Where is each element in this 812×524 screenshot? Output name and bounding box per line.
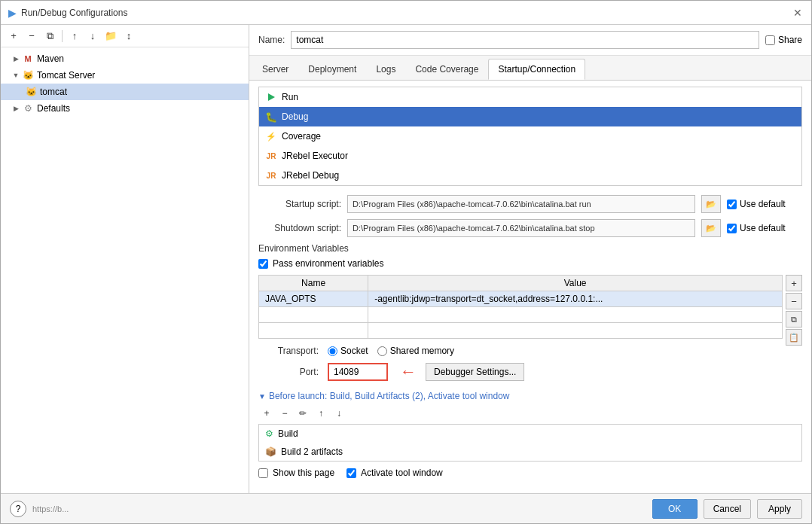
tree-item-maven[interactable]: ▶ M Maven — [1, 50, 249, 67]
transport-label: Transport: — [258, 346, 319, 356]
transport-socket-label: Socket — [340, 346, 368, 356]
port-input[interactable] — [328, 363, 388, 381]
startup-script-input[interactable] — [347, 195, 695, 213]
run-mode-run[interactable]: Run — [259, 87, 801, 107]
transport-socket-radio[interactable] — [328, 346, 337, 356]
toolbar-separator-1 — [62, 30, 63, 42]
add-config-button[interactable]: + — [5, 28, 22, 44]
maven-toggle[interactable]: ▶ — [10, 53, 22, 65]
move-up-button[interactable]: ↑ — [66, 28, 83, 44]
share-label: Share — [778, 35, 802, 45]
remove-config-button[interactable]: − — [23, 28, 40, 44]
help-button[interactable]: ? — [10, 501, 26, 517]
table-row-empty-2 — [259, 323, 783, 339]
run-mode-coverage-label: Coverage — [282, 131, 321, 142]
shutdown-use-default-checkbox[interactable] — [727, 224, 737, 233]
title-bar-left: ▶ Run/Debug Configurations — [8, 7, 127, 19]
defaults-toggle[interactable]: ▶ — [10, 102, 22, 114]
port-row: Port: ← Debugger Settings... — [258, 362, 802, 382]
transport-shared-memory-radio[interactable] — [377, 346, 387, 356]
footer: ? https://b... OK Cancel Apply — [1, 493, 811, 523]
shutdown-use-default-label: Use default — [740, 223, 786, 233]
pass-env-checkbox[interactable] — [258, 259, 268, 269]
table-row[interactable]: JAVA_OPTS -agentlib:jdwp=transport=dt_so… — [259, 291, 783, 307]
maven-label: Maven — [37, 53, 64, 64]
env-table-side-buttons: + − ⧉ 📋 — [786, 275, 802, 346]
before-launch-items: ⚙ Build 📦 Build 2 artifacts — [258, 424, 802, 462]
show-page-checkbox[interactable] — [258, 468, 268, 478]
ok-button[interactable]: OK — [652, 499, 698, 519]
env-row-name: JAVA_OPTS — [259, 291, 368, 307]
env-paste-button[interactable]: 📋 — [786, 329, 802, 346]
tomcat-server-toggle[interactable]: ▼ — [10, 69, 22, 81]
env-col-name: Name — [259, 276, 368, 291]
bl-move-up-button[interactable]: ↑ — [313, 406, 329, 421]
before-launch-header: ▼ Before launch: Build, Build Artifacts … — [258, 391, 802, 401]
folder-button[interactable]: 📁 — [102, 28, 119, 44]
transport-socket-option[interactable]: Socket — [328, 346, 368, 356]
env-table-container: Name Value JAVA_OPTS -agentlib:jdwp=tran… — [258, 275, 783, 346]
footer-url: https://b... — [32, 504, 646, 513]
main-content: + − ⧉ ↑ ↓ 📁 ↕ ▶ M Maven — [1, 25, 811, 493]
tomcat-child-icon: 🐱 — [25, 86, 37, 98]
copy-config-button[interactable]: ⧉ — [41, 28, 58, 44]
bl-item-build-artifacts[interactable]: 📦 Build 2 artifacts — [259, 443, 801, 461]
share-checkbox[interactable] — [765, 35, 775, 45]
bl-remove-button[interactable]: − — [276, 406, 293, 421]
startup-use-default-label: Use default — [740, 199, 786, 209]
tab-logs[interactable]: Logs — [366, 59, 405, 80]
run-mode-debug-label: Debug — [282, 111, 308, 122]
env-copy-button[interactable]: ⧉ — [786, 311, 802, 328]
apply-button[interactable]: Apply — [757, 499, 802, 519]
tab-code-coverage[interactable]: Code Coverage — [405, 59, 488, 80]
name-row: Name: Share — [249, 25, 811, 56]
startup-script-browse[interactable]: 📂 — [701, 195, 721, 213]
tab-startup-connection[interactable]: Startup/Connection — [488, 59, 585, 80]
bl-edit-button[interactable]: ✏ — [295, 406, 311, 421]
tab-server[interactable]: Server — [252, 59, 298, 80]
tree-item-tomcat[interactable]: 🐱 tomcat — [1, 84, 249, 100]
coverage-icon: ⚡ — [265, 130, 277, 142]
pass-env-row: Pass environment variables — [258, 258, 802, 269]
tree-item-defaults[interactable]: ▶ ⚙ Defaults — [1, 100, 249, 117]
tree-item-tomcat-server[interactable]: ▼ 🐱 Tomcat Server — [1, 67, 249, 84]
debug-icon: 🐛 — [265, 111, 277, 123]
jrebel-executor-icon: JR — [265, 150, 277, 162]
before-launch-toolbar: + − ✏ ↑ ↓ — [258, 406, 802, 421]
startup-use-default-checkbox[interactable] — [727, 200, 737, 209]
bl-move-down-button[interactable]: ↓ — [331, 406, 347, 421]
shutdown-script-browse[interactable]: 📂 — [701, 219, 721, 237]
activate-tool-window-row: Activate tool window — [346, 468, 443, 478]
bl-build-artifacts-label: Build 2 artifacts — [281, 446, 343, 457]
env-remove-button[interactable]: − — [786, 293, 802, 309]
shutdown-script-input[interactable] — [347, 219, 695, 237]
env-add-button[interactable]: + — [786, 275, 802, 291]
env-col-value: Value — [368, 276, 783, 291]
sort-button[interactable]: ↕ — [121, 28, 137, 44]
bl-item-build[interactable]: ⚙ Build — [259, 425, 801, 443]
run-mode-coverage[interactable]: ⚡ Coverage — [259, 126, 801, 146]
bottom-options: Show this page Activate tool window — [258, 468, 802, 478]
move-down-button[interactable]: ↓ — [84, 28, 101, 44]
run-mode-debug[interactable]: 🐛 Debug — [259, 107, 801, 126]
close-button[interactable]: ✕ — [792, 7, 804, 19]
tab-deployment[interactable]: Deployment — [298, 59, 366, 80]
pass-env-label: Pass environment variables — [273, 258, 383, 269]
activate-tool-window-checkbox[interactable] — [346, 468, 356, 478]
shutdown-script-label: Shutdown script: — [258, 223, 341, 233]
debugger-settings-button[interactable]: Debugger Settings... — [426, 363, 524, 381]
transport-shared-memory-option[interactable]: Shared memory — [377, 346, 454, 356]
bl-build-label: Build — [278, 428, 298, 439]
before-launch-toggle[interactable]: ▼ — [258, 392, 266, 401]
cancel-button[interactable]: Cancel — [704, 499, 751, 519]
env-row-value: -agentlib:jdwp=transport=dt_socket,addre… — [368, 291, 783, 307]
window-title: Run/Debug Configurations — [21, 8, 127, 18]
run-mode-jrebel-debug[interactable]: JR JRebel Debug — [259, 166, 801, 185]
port-label: Port: — [258, 367, 319, 377]
tomcat-server-icon: 🐱 — [22, 69, 34, 81]
run-debug-configurations-window: ▶ Run/Debug Configurations ✕ + − ⧉ ↑ ↓ 📁… — [0, 0, 812, 524]
run-mode-jrebel-executor[interactable]: JR JRebel Executor — [259, 146, 801, 166]
name-input[interactable] — [291, 31, 759, 49]
title-bar: ▶ Run/Debug Configurations ✕ — [1, 1, 811, 25]
bl-add-button[interactable]: + — [258, 406, 275, 421]
